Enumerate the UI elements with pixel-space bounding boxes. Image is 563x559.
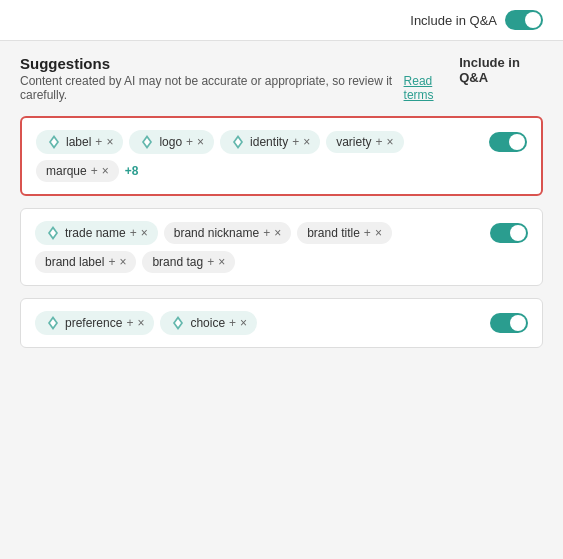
tag-brand-label-remove[interactable]: × <box>119 256 126 268</box>
tag-identity-remove[interactable]: × <box>303 136 310 148</box>
tag-variety-remove[interactable]: × <box>387 136 394 148</box>
tag-choice: choice + × <box>160 311 257 335</box>
card-3-tags: preference + × choice + × <box>35 311 480 335</box>
tag-brand-tag-add[interactable]: + <box>207 256 214 268</box>
card-1-toggle[interactable] <box>489 132 527 152</box>
top-toggle[interactable] <box>505 10 543 30</box>
tag-brand-nickname: brand nickname + × <box>164 222 291 244</box>
read-terms-link[interactable]: Read terms <box>404 74 460 102</box>
card-2-tags: trade name + × brand nickname + × brand … <box>35 221 480 273</box>
tag-variety-add[interactable]: + <box>376 136 383 148</box>
card-1: label + × logo + × identity <box>20 116 543 196</box>
ai-icon <box>45 225 61 241</box>
ai-icon <box>46 134 62 150</box>
suggestions-title: Suggestions <box>20 55 459 72</box>
ai-icon <box>170 315 186 331</box>
tag-trade-name: trade name + × <box>35 221 158 245</box>
tag-preference: preference + × <box>35 311 154 335</box>
tag-brand-nickname-add[interactable]: + <box>263 227 270 239</box>
card-1-tags: label + × logo + × identity <box>36 130 479 182</box>
tag-brand-label: brand label + × <box>35 251 136 273</box>
tag-identity-add[interactable]: + <box>292 136 299 148</box>
tag-preference-remove[interactable]: × <box>137 317 144 329</box>
tag-choice-add[interactable]: + <box>229 317 236 329</box>
tag-identity: identity + × <box>220 130 320 154</box>
top-bar: Include in Q&A <box>0 0 563 41</box>
tag-choice-remove[interactable]: × <box>240 317 247 329</box>
top-toggle-label: Include in Q&A <box>410 13 497 28</box>
tag-variety: variety + × <box>326 131 403 153</box>
ai-icon <box>230 134 246 150</box>
tag-brand-title: brand title + × <box>297 222 392 244</box>
tag-label: label + × <box>36 130 123 154</box>
tag-marque: marque + × <box>36 160 119 182</box>
tag-brand-title-add[interactable]: + <box>364 227 371 239</box>
tag-marque-remove[interactable]: × <box>102 165 109 177</box>
more-badge-card1[interactable]: +8 <box>125 164 139 178</box>
tag-marque-add[interactable]: + <box>91 165 98 177</box>
tag-logo-remove[interactable]: × <box>197 136 204 148</box>
cards-list: label + × logo + × identity <box>20 116 543 360</box>
tag-trade-name-add[interactable]: + <box>130 227 137 239</box>
card-2-toggle[interactable] <box>490 223 528 243</box>
column-header-include-qna: Include in Q&A <box>459 55 543 85</box>
card-2: trade name + × brand nickname + × brand … <box>20 208 543 286</box>
tag-brand-nickname-remove[interactable]: × <box>274 227 281 239</box>
suggestions-header: Suggestions Content created by AI may no… <box>20 55 459 102</box>
tag-brand-tag: brand tag + × <box>142 251 235 273</box>
tag-preference-add[interactable]: + <box>126 317 133 329</box>
header-row: Suggestions Content created by AI may no… <box>20 55 543 102</box>
tag-brand-label-add[interactable]: + <box>108 256 115 268</box>
ai-icon <box>139 134 155 150</box>
card-3: preference + × choice + × <box>20 298 543 348</box>
card-3-toggle[interactable] <box>490 313 528 333</box>
suggestions-subtitle: Content created by AI may not be accurat… <box>20 74 459 102</box>
tag-brand-title-remove[interactable]: × <box>375 227 382 239</box>
tag-logo: logo + × <box>129 130 214 154</box>
tag-label-remove[interactable]: × <box>106 136 113 148</box>
tag-brand-tag-remove[interactable]: × <box>218 256 225 268</box>
tag-trade-name-remove[interactable]: × <box>141 227 148 239</box>
tag-label-add[interactable]: + <box>95 136 102 148</box>
tag-logo-add[interactable]: + <box>186 136 193 148</box>
ai-icon <box>45 315 61 331</box>
